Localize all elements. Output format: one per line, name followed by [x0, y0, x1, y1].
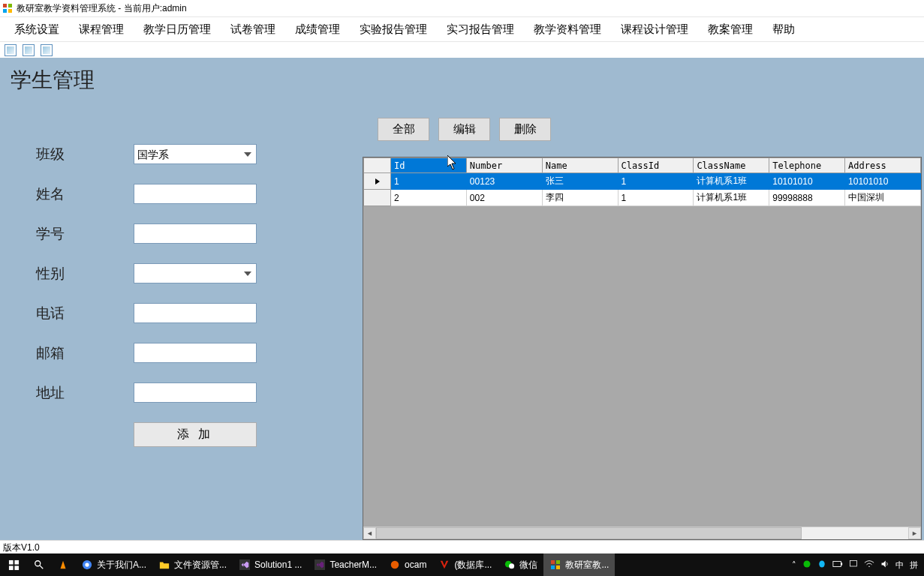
menu-lesson-plan[interactable]: 教案管理 — [698, 17, 763, 41]
label-name: 姓名 — [36, 184, 134, 204]
add-button[interactable]: 添 加 — [134, 422, 257, 447]
svg-rect-20 — [551, 566, 555, 569]
scroll-track[interactable] — [376, 527, 908, 539]
col-classid[interactable]: ClassId — [618, 158, 694, 173]
cell-classid[interactable]: 1 — [618, 173, 694, 190]
cell-classname[interactable]: 计算机系1班 — [694, 173, 769, 190]
col-classname[interactable]: ClassName — [694, 158, 769, 173]
cell-classname[interactable]: 计算机系1班 — [694, 190, 769, 206]
cell-telephone[interactable]: 99998888 — [769, 190, 845, 206]
cell-name[interactable]: 张三 — [542, 173, 618, 190]
menu-course-design[interactable]: 课程设计管理 — [611, 17, 698, 41]
tray-action-center-icon[interactable] — [849, 560, 858, 570]
sno-input[interactable] — [134, 224, 257, 244]
tray-wechat-icon[interactable] — [802, 560, 811, 570]
vs-icon — [239, 559, 251, 571]
taskbar-ocam[interactable]: ocam — [383, 554, 432, 576]
menu-exam-management[interactable]: 试卷管理 — [221, 17, 285, 41]
cell-number[interactable]: 00123 — [466, 173, 542, 190]
cell-address[interactable]: 中国深圳 — [845, 190, 921, 206]
name-input[interactable] — [134, 184, 257, 204]
phone-input[interactable] — [134, 303, 257, 323]
col-name[interactable]: Name — [542, 158, 618, 173]
icon-toolbar — [0, 41, 924, 58]
all-button[interactable]: 全部 — [378, 118, 429, 141]
taskbar-search[interactable] — [27, 554, 51, 576]
vlc-icon — [57, 559, 69, 571]
svg-point-17 — [510, 563, 515, 568]
svg-point-23 — [819, 561, 825, 568]
svg-rect-0 — [3, 4, 7, 8]
cell-telephone[interactable]: 10101010 — [769, 173, 845, 190]
row-indicator — [364, 173, 391, 190]
tray-ime-lang[interactable]: 中 — [895, 560, 904, 571]
taskbar-vlc[interactable] — [51, 554, 75, 576]
tray-qq-icon[interactable] — [817, 560, 826, 570]
menu-teaching-material[interactable]: 教学资料管理 — [524, 17, 611, 41]
svg-point-8 — [35, 561, 41, 566]
scroll-thumb[interactable] — [376, 527, 802, 539]
taskbar-explorer[interactable]: 文件资源管... — [152, 554, 233, 576]
scroll-left-arrow[interactable]: ◄ — [363, 527, 376, 539]
tray-wifi-icon[interactable] — [864, 560, 874, 570]
tray-volume-icon[interactable] — [880, 560, 889, 570]
window-titlebar: 教研室教学资料管理系统 - 当前用户:admin — [0, 0, 924, 16]
svg-marker-27 — [882, 561, 886, 568]
label-class: 班级 — [36, 145, 134, 164]
col-telephone[interactable]: Telephone — [769, 158, 845, 173]
toolbar-icon-1[interactable] — [5, 44, 17, 56]
virtual-icon — [438, 559, 450, 571]
start-button[interactable] — [0, 554, 27, 576]
cell-classid[interactable]: 1 — [618, 190, 694, 206]
data-grid[interactable]: Id Number Name ClassId ClassName Telepho… — [363, 157, 922, 540]
email-input[interactable] — [134, 343, 257, 363]
svg-rect-18 — [551, 560, 555, 564]
cell-number[interactable]: 002 — [466, 190, 542, 206]
col-address[interactable]: Address — [845, 158, 921, 173]
grid-corner[interactable] — [364, 158, 391, 173]
tray-ime-mode[interactable]: 拼 — [910, 560, 918, 571]
ocam-icon — [389, 559, 401, 571]
label-gender: 性别 — [36, 264, 134, 284]
svg-rect-3 — [8, 9, 12, 13]
menu-internship-report[interactable]: 实习报告管理 — [437, 17, 524, 41]
col-number[interactable]: Number — [466, 158, 542, 173]
taskbar-chrome[interactable]: 关于我们A... — [75, 554, 152, 576]
delete-button[interactable]: 删除 — [499, 118, 551, 141]
table-row[interactable]: 2 002 李四 1 计算机系1班 99998888 中国深圳 — [364, 190, 921, 206]
col-id[interactable]: Id — [391, 158, 467, 173]
svg-rect-7 — [14, 566, 19, 570]
table-row[interactable]: 1 00123 张三 1 计算机系1班 10101010 10101010 — [364, 173, 921, 190]
cell-id[interactable]: 1 — [391, 173, 467, 190]
scroll-right-arrow[interactable]: ► — [908, 527, 921, 539]
taskbar-vs2[interactable]: TeacherM... — [308, 554, 383, 576]
taskbar-vs1[interactable]: Solution1 ... — [233, 554, 308, 576]
system-tray[interactable]: ˄ 中 拼 — [786, 554, 924, 576]
taskbar-wechat[interactable]: 微信 — [498, 554, 543, 576]
tray-chevron-icon[interactable]: ˄ — [792, 560, 796, 570]
menu-system-settings[interactable]: 系统设置 — [5, 17, 69, 41]
edit-button[interactable]: 编辑 — [438, 118, 490, 141]
gender-select[interactable] — [134, 263, 257, 284]
tray-battery-icon[interactable] — [832, 560, 843, 569]
horizontal-scrollbar[interactable]: ◄ ► — [363, 526, 921, 539]
svg-line-9 — [40, 566, 43, 568]
svg-rect-24 — [833, 562, 841, 567]
class-select[interactable]: 国学系 — [134, 144, 257, 164]
vs-icon — [314, 559, 326, 571]
svg-rect-6 — [8, 566, 13, 570]
menu-course-management[interactable]: 课程管理 — [69, 17, 134, 41]
menu-teaching-calendar[interactable]: 教学日历管理 — [134, 17, 221, 41]
cell-id[interactable]: 2 — [391, 190, 467, 206]
toolbar-icon-2[interactable] — [23, 44, 35, 56]
cell-name[interactable]: 李四 — [542, 190, 618, 206]
address-input[interactable] — [134, 382, 257, 403]
taskbar-virtual[interactable]: (数据库... — [432, 554, 498, 576]
menu-experiment-report[interactable]: 实验报告管理 — [350, 17, 437, 41]
toolbar-icon-3[interactable] — [41, 44, 53, 56]
row-indicator — [364, 190, 391, 206]
taskbar-current-app[interactable]: 教研室教... — [543, 554, 615, 576]
menu-grade-management[interactable]: 成绩管理 — [285, 17, 350, 41]
cell-address[interactable]: 10101010 — [845, 173, 921, 190]
menu-help[interactable]: 帮助 — [763, 17, 805, 41]
